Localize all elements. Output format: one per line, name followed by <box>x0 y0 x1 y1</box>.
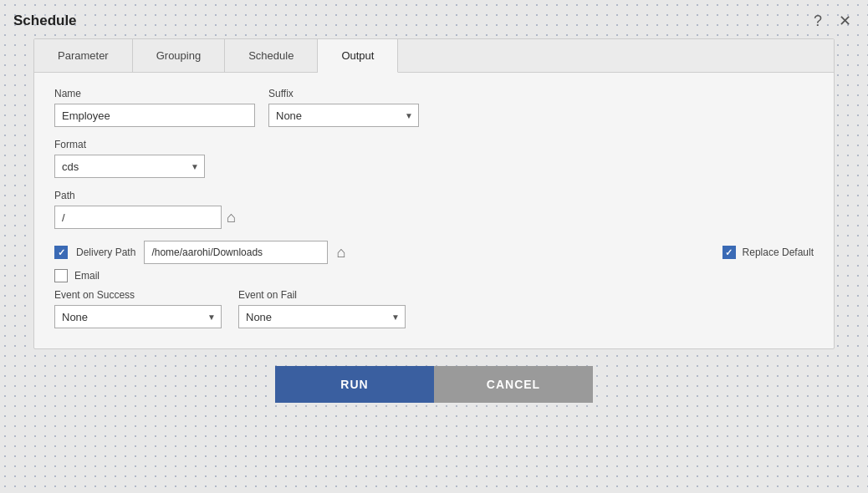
title-bar: Schedule ? ✕ <box>0 0 868 38</box>
path-input[interactable] <box>54 206 222 229</box>
suffix-select-wrapper: None Date Time DateTime ▼ <box>268 104 419 127</box>
event-row: Event on Success None ▼ Event on Fail No… <box>54 289 814 328</box>
format-label: Format <box>54 139 205 150</box>
button-area: RUN CANCEL <box>0 366 868 403</box>
cancel-button[interactable]: CANCEL <box>434 366 593 403</box>
path-home-icon[interactable]: ⌂ <box>227 210 236 225</box>
replace-default-section: Replace Default <box>722 246 814 259</box>
name-suffix-row: Name Suffix None Date Time DateTime ▼ <box>54 88 814 127</box>
run-button[interactable]: RUN <box>275 366 434 403</box>
path-label: Path <box>54 190 814 201</box>
email-row: Email <box>54 269 814 282</box>
delivery-path-row: Delivery Path ⌂ Replace Default <box>54 241 814 264</box>
dialog-card: Parameter Grouping Schedule Output Name … <box>33 38 835 349</box>
event-fail-select-wrapper: None ▼ <box>238 305 406 328</box>
replace-default-checkbox[interactable] <box>722 246 736 259</box>
suffix-group: Suffix None Date Time DateTime ▼ <box>268 88 419 127</box>
tab-parameter[interactable]: Parameter <box>34 39 133 72</box>
suffix-label: Suffix <box>268 88 419 99</box>
dialog-title: Schedule <box>13 13 77 29</box>
path-row: ⌂ <box>54 206 814 229</box>
format-group: Format cds csv pdf xlsx ▼ <box>54 139 205 178</box>
tab-schedule[interactable]: Schedule <box>225 39 318 72</box>
tab-content-output: Name Suffix None Date Time DateTime ▼ <box>34 73 834 348</box>
delivery-path-checkbox[interactable] <box>54 246 68 259</box>
email-checkbox[interactable] <box>54 269 68 282</box>
delivery-home-icon[interactable]: ⌂ <box>336 245 345 260</box>
suffix-select[interactable]: None Date Time DateTime <box>268 104 419 127</box>
help-button[interactable]: ? <box>810 12 825 30</box>
event-success-select-wrapper: None ▼ <box>54 305 222 328</box>
dialog-wrapper: Schedule ? ✕ Parameter Grouping Schedule… <box>0 0 868 493</box>
tab-grouping[interactable]: Grouping <box>133 39 225 72</box>
format-select[interactable]: cds csv pdf xlsx <box>54 155 205 178</box>
event-success-label: Event on Success <box>54 289 222 301</box>
replace-default-label: Replace Default <box>743 246 814 258</box>
name-label: Name <box>54 88 255 99</box>
delivery-path-input[interactable] <box>144 241 328 264</box>
close-button[interactable]: ✕ <box>835 12 855 30</box>
event-fail-label: Event on Fail <box>238 289 406 301</box>
delivery-path-label: Delivery Path <box>76 246 135 258</box>
event-fail-group: Event on Fail None ▼ <box>238 289 406 328</box>
name-input[interactable] <box>54 104 255 127</box>
email-label: Email <box>74 270 100 282</box>
event-success-select[interactable]: None <box>54 305 222 328</box>
event-fail-select[interactable]: None <box>238 305 406 328</box>
name-group: Name <box>54 88 255 127</box>
format-row: Format cds csv pdf xlsx ▼ <box>54 139 814 178</box>
path-section: Path ⌂ <box>54 190 814 229</box>
tabs-bar: Parameter Grouping Schedule Output <box>34 39 834 73</box>
format-select-wrapper: cds csv pdf xlsx ▼ <box>54 155 205 178</box>
tab-output[interactable]: Output <box>318 39 398 73</box>
title-actions: ? ✕ <box>810 12 855 30</box>
event-success-group: Event on Success None ▼ <box>54 289 222 328</box>
